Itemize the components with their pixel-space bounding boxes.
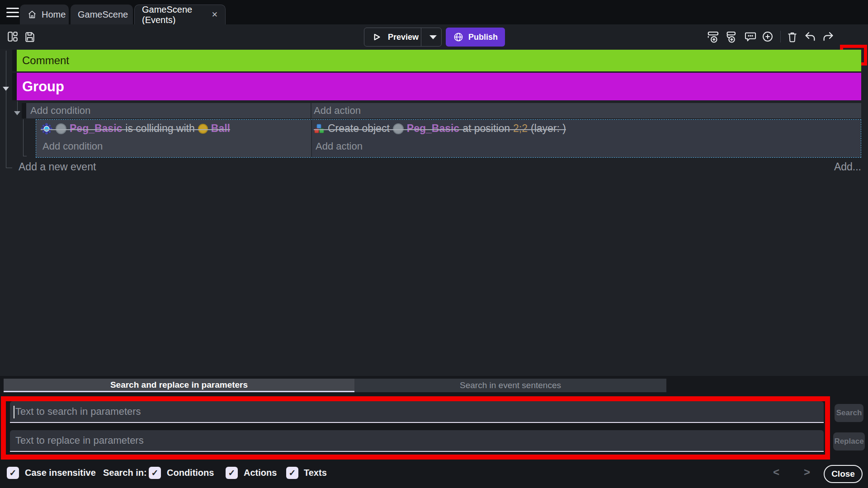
publish-label: Publish	[468, 33, 498, 42]
preview-label: Preview	[388, 33, 419, 42]
event-drag-handle[interactable]	[12, 50, 17, 71]
add-comment-icon[interactable]	[743, 29, 758, 44]
hamburger-menu-icon[interactable]	[6, 8, 19, 17]
texts-checkbox[interactable]: ✓	[286, 467, 298, 479]
actions-label: Actions	[244, 467, 277, 479]
object-thumbnail-peg-basic	[56, 123, 66, 134]
actions-checkbox[interactable]: ✓	[226, 467, 238, 479]
close-button[interactable]: Close	[824, 465, 863, 483]
search-in-label: Search in:	[103, 467, 147, 479]
replace-button[interactable]: Replace	[833, 432, 865, 450]
text-caret	[14, 406, 14, 418]
redo-icon[interactable]	[821, 29, 835, 44]
tab-label: GameScene (Events)	[142, 5, 205, 25]
add-action-link[interactable]: Add action	[316, 139, 363, 154]
event-drag-handle[interactable]	[22, 103, 26, 118]
object-thumbnail-ball	[198, 124, 208, 134]
conditions-label: Conditions	[167, 467, 214, 479]
tab-search-replace-parameters[interactable]: Search and replace in parameters	[4, 379, 354, 392]
play-icon	[371, 31, 382, 43]
texts-label: Texts	[304, 467, 327, 479]
tab-gamescene[interactable]: GameScene ✕	[71, 5, 133, 24]
collapse-event-icon[interactable]	[14, 111, 20, 115]
condition-sentence[interactable]: Peg_Basic is colliding with Ball	[41, 122, 230, 135]
search-input-wrap	[10, 401, 824, 423]
check-icon: ✓	[289, 468, 296, 478]
case-insensitive-label: Case insensitive	[25, 467, 96, 479]
tab-label: GameScene	[78, 9, 128, 20]
tab-home[interactable]: Home	[20, 5, 69, 24]
tree-guide-line	[23, 156, 27, 156]
save-icon[interactable]	[23, 29, 37, 44]
add-condition-link[interactable]: Add condition	[26, 103, 311, 118]
add-condition-link[interactable]: Add condition	[42, 139, 103, 154]
add-event-button[interactable]: Add...	[834, 161, 861, 173]
globe-icon	[453, 32, 464, 42]
previous-result-icon[interactable]: <	[773, 466, 779, 479]
close-icon[interactable]: ✕	[210, 10, 218, 19]
create-object-action-icon	[314, 123, 325, 134]
tree-guide-line	[6, 168, 12, 168]
tab-gamescene-events[interactable]: GameScene (Events) ✕	[134, 5, 226, 24]
add-action-link[interactable]: Add action	[311, 103, 861, 118]
case-insensitive-checkbox[interactable]: ✓	[7, 467, 19, 479]
search-panel: Search and replace in parameters Search …	[0, 376, 868, 488]
condition-text: is colliding with	[125, 122, 194, 135]
comment-event[interactable]: Comment	[17, 50, 861, 71]
next-result-icon[interactable]: >	[804, 466, 810, 479]
collapse-group-icon[interactable]	[3, 87, 9, 91]
event-drag-handle[interactable]	[12, 73, 17, 100]
check-icon: ✓	[151, 468, 159, 478]
tab-label: Home	[42, 9, 66, 20]
search-panel-tabs: Search and replace in parameters Search …	[4, 379, 666, 392]
group-event[interactable]: Group	[17, 73, 861, 100]
object-name: Ball	[211, 122, 230, 135]
add-circle-icon[interactable]	[760, 29, 775, 44]
add-subevent-icon[interactable]	[723, 29, 738, 44]
object-name: Peg_Basic	[70, 122, 122, 135]
object-name: Peg_Basic	[407, 122, 459, 135]
action-text: at position	[462, 122, 510, 135]
action-sentence[interactable]: Create object Peg_Basic at position 2;2 …	[314, 122, 566, 135]
action-text: (layer: )	[531, 122, 566, 135]
empty-event-row: Add condition Add action	[26, 103, 861, 118]
tree-guide-line	[23, 119, 24, 156]
home-icon	[27, 9, 37, 19]
selected-event[interactable]: Peg_Basic is colliding with Ball Add con…	[36, 119, 861, 158]
toolbar: Preview Publish	[0, 24, 868, 49]
check-icon: ✓	[9, 468, 17, 478]
search-input[interactable]	[10, 401, 824, 422]
add-new-event-link[interactable]: Add a new event	[19, 161, 96, 173]
conditions-checkbox[interactable]: ✓	[149, 467, 161, 479]
top-tab-bar: Home GameScene ✕ GameScene (Events) ✕	[0, 0, 868, 24]
action-text: Create object	[328, 122, 390, 135]
replace-input-wrap	[10, 430, 824, 452]
tab-search-event-sentences[interactable]: Search in event sentences	[354, 379, 666, 392]
position-value: 2;2	[513, 122, 528, 135]
replace-input[interactable]	[10, 430, 824, 451]
publish-button[interactable]: Publish	[446, 28, 505, 47]
search-button[interactable]: Search	[835, 404, 863, 422]
conditions-column: Add condition	[26, 103, 311, 118]
divider	[421, 28, 421, 46]
toolbar-separator	[780, 31, 781, 42]
chevron-down-icon[interactable]	[429, 35, 437, 39]
actions-column: Add action	[311, 103, 861, 118]
preview-button[interactable]: Preview	[364, 28, 442, 47]
toggle-panels-icon[interactable]	[5, 29, 20, 44]
add-event-icon[interactable]	[706, 29, 721, 44]
group-text: Group	[22, 79, 64, 94]
collision-condition-icon	[41, 123, 52, 135]
object-thumbnail-peg-basic	[393, 123, 404, 134]
tree-guide-line	[17, 101, 18, 111]
delete-icon[interactable]	[785, 29, 799, 44]
undo-icon[interactable]	[803, 29, 817, 44]
gdevelop-window: Home GameScene ✕ GameScene (Events) ✕ Pr…	[0, 0, 868, 488]
tree-guide-line	[6, 51, 6, 168]
comment-text: Comment	[22, 54, 69, 66]
check-icon: ✓	[228, 468, 236, 478]
